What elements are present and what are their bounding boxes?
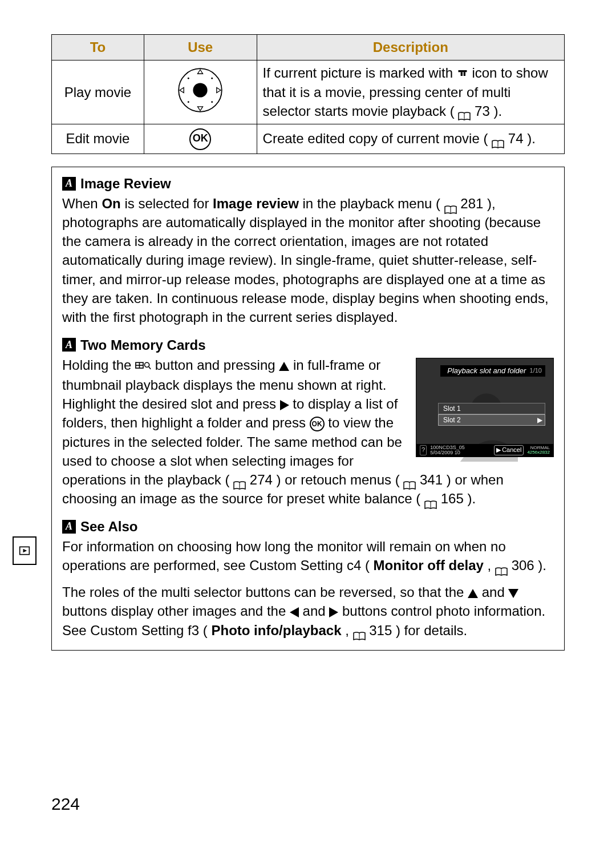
svg-rect-20: [140, 363, 143, 365]
play-icon: ▶: [496, 446, 501, 454]
book-icon: [495, 562, 508, 571]
col-use: Use: [144, 35, 257, 60]
lcd-slot1: Slot 1: [438, 403, 545, 414]
svg-line-24: [149, 367, 151, 369]
book-icon: [444, 200, 457, 209]
section-tab-playback: [13, 536, 37, 565]
svg-point-10: [188, 101, 189, 103]
col-desc: Description: [257, 35, 564, 60]
book-icon: [424, 495, 437, 504]
svg-marker-7: [217, 87, 221, 92]
lcd-title: Playback slot and folder: [444, 366, 530, 376]
right-arrow-icon: [280, 400, 289, 410]
thumbnail-zoom-button-icon: [135, 357, 151, 375]
svg-point-3: [193, 83, 208, 97]
up-arrow-icon: [279, 362, 289, 371]
book-icon: [492, 135, 504, 144]
page-ref: 281: [460, 196, 483, 211]
to-cell: Edit movie: [52, 124, 144, 154]
note-see-also: A See Also For information on choosing h…: [62, 517, 554, 640]
page-ref: 165: [441, 491, 464, 506]
svg-marker-5: [198, 106, 203, 110]
note-badge-icon: A: [62, 338, 76, 352]
svg-rect-22: [140, 366, 143, 368]
note-body: The roles of the multi selector buttons …: [62, 583, 554, 639]
use-cell: OK: [144, 124, 257, 154]
svg-marker-6: [180, 87, 184, 92]
svg-rect-14: [463, 72, 465, 76]
note-title: Image Review: [80, 174, 171, 193]
desc-text: ).: [493, 103, 502, 119]
chevron-right-icon: ▶: [537, 415, 542, 425]
page-ref: 341: [420, 472, 443, 487]
page-number: 224: [51, 794, 80, 814]
col-to: To: [52, 35, 144, 60]
note-body: For information on choosing how long the…: [62, 537, 554, 575]
help-icon: ?: [420, 445, 427, 455]
note-badge-icon: A: [62, 520, 76, 534]
lcd-count: 1/10: [530, 366, 542, 375]
table-row: Edit movie OK Create edited copy of curr…: [52, 124, 565, 154]
svg-point-8: [188, 77, 189, 79]
right-arrow-icon: [329, 607, 338, 617]
svg-rect-12: [458, 70, 467, 72]
note-title: Two Memory Cards: [80, 336, 206, 354]
note-title: See Also: [80, 517, 138, 536]
desc-text: If current picture is marked with: [263, 65, 457, 80]
note-image-review: A Image Review When On is selected for I…: [62, 174, 554, 326]
note-badge-icon: A: [62, 177, 76, 191]
lcd-preview: Playback slot and folder 1/10 Slot 1 Slo…: [416, 358, 554, 457]
svg-marker-1: [23, 549, 27, 553]
lcd-slot2: Slot 2 ▶: [438, 414, 545, 426]
ok-button-icon: OK: [189, 128, 211, 150]
use-cell: [144, 60, 257, 124]
ok-button-icon: OK: [310, 417, 325, 431]
page-ref: 274: [250, 472, 273, 487]
page-ref: 73: [475, 103, 490, 119]
page-ref: 306: [512, 558, 534, 573]
desc-cell: Create edited copy of current movie ( 74…: [257, 124, 564, 154]
book-icon: [233, 476, 246, 485]
book-icon: [458, 107, 471, 116]
desc-cell: If current picture is marked with icon t…: [257, 60, 564, 124]
svg-point-11: [211, 101, 213, 103]
svg-rect-19: [136, 363, 139, 365]
multi-selector-icon: [175, 64, 226, 116]
down-arrow-icon: [508, 589, 518, 598]
movie-icon: [457, 65, 468, 83]
svg-point-23: [145, 362, 149, 367]
book-icon: [403, 476, 416, 485]
desc-text: ).: [527, 131, 536, 146]
note-body: When On is selected for Image review in …: [62, 194, 554, 326]
lcd-cancel: ▶ Cancel: [494, 445, 524, 455]
play-in-box-icon: [19, 545, 30, 556]
svg-rect-21: [136, 366, 139, 368]
lcd-footer: ? 100NCD3S_05 5/04/2009 10 ▶ Cancel NORM…: [416, 444, 553, 457]
up-arrow-icon: [468, 589, 478, 598]
to-cell: Play movie: [52, 60, 144, 124]
book-icon: [353, 627, 366, 636]
svg-marker-4: [198, 70, 203, 74]
svg-point-9: [211, 77, 213, 79]
left-arrow-icon: [290, 607, 299, 617]
page-ref: 74: [508, 131, 524, 146]
table-row: Play movie: [52, 60, 565, 124]
svg-rect-13: [460, 72, 462, 76]
desc-text: Create edited copy of current movie (: [263, 131, 488, 146]
controls-table: To Use Description Play movie: [51, 34, 565, 154]
note-box: A Image Review When On is selected for I…: [51, 167, 565, 651]
page-ref: 315: [369, 623, 392, 638]
note-two-memory-cards: A Two Memory Cards Playback slot and fol…: [62, 336, 554, 508]
lcd-title-bar: Playback slot and folder 1/10: [440, 365, 545, 377]
